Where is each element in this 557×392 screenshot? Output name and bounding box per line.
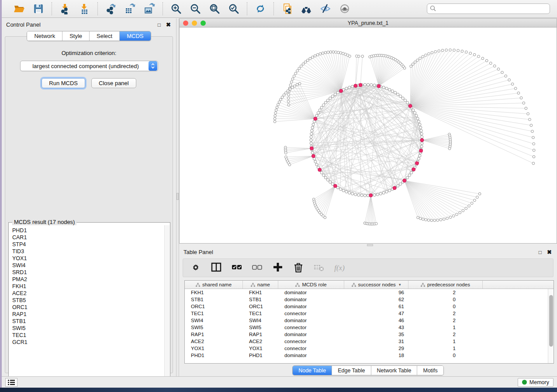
cell-shared-name: PHD1 <box>185 352 243 359</box>
mcds-tab-content: Optimization criterion: largest connecte… <box>5 36 173 373</box>
tab-style[interactable]: Style <box>62 31 90 41</box>
tab-select[interactable]: Select <box>90 31 120 41</box>
toggle-columns-button[interactable] <box>211 262 222 274</box>
save-session-icon <box>33 3 44 14</box>
mcds-result-item[interactable]: TEC1 <box>12 332 163 339</box>
save-session-button[interactable] <box>31 2 45 16</box>
import-table-button[interactable] <box>77 2 91 16</box>
zoom-in-button[interactable] <box>169 2 183 16</box>
deselect-all-button[interactable] <box>252 262 263 274</box>
mcds-result-item[interactable]: CAR1 <box>12 234 163 241</box>
export-image-button[interactable] <box>142 2 156 16</box>
zoom-selected-button[interactable] <box>227 2 241 16</box>
tab-motifs[interactable]: Motifs <box>417 366 443 375</box>
mcds-result-item[interactable]: FKH1 <box>12 283 163 290</box>
column-header-successor-nodes[interactable]: successor nodes▾ <box>344 281 408 289</box>
table-row[interactable]: FKH1FKH1dominator962 <box>185 289 554 296</box>
column-header-name[interactable]: name <box>243 281 278 289</box>
mcds-list-scrollbar[interactable] <box>164 225 170 380</box>
export-network-button[interactable] <box>104 2 118 16</box>
add-column-button[interactable] <box>272 262 284 274</box>
mcds-result-item[interactable]: YOX1 <box>12 255 163 262</box>
mcds-result-title: MCDS result (17 nodes) <box>12 219 76 225</box>
tab-node-table[interactable]: Node Table <box>293 366 332 375</box>
table-row[interactable]: RAP1RAP1dominator352 <box>185 331 554 338</box>
clone-network-button[interactable] <box>280 2 294 16</box>
cell-name: RAP1 <box>243 331 278 338</box>
tab-network[interactable]: Network <box>27 31 62 41</box>
import-network-button[interactable] <box>58 2 72 16</box>
mcds-result-item[interactable]: RAP1 <box>12 311 163 318</box>
table-row[interactable]: STB1STB1dominator620 <box>185 296 554 303</box>
tab-edge-table[interactable]: Edge Table <box>332 366 371 375</box>
cell-name: SWI5 <box>243 324 278 331</box>
hide-selected-button[interactable] <box>318 2 332 16</box>
zoom-out-button[interactable] <box>188 2 202 16</box>
export-image-icon <box>144 3 155 14</box>
cell-successor-nodes: 35 <box>344 331 408 338</box>
mcds-result-list[interactable]: PHD1CAR1STP4TID3YOX1SWI4SRD1PMA2FKH1ACE2… <box>12 227 163 381</box>
refresh-view-button[interactable] <box>253 2 267 16</box>
open-file-button[interactable] <box>12 2 26 16</box>
mcds-result-item[interactable]: GCR1 <box>12 339 163 346</box>
cell-predecessor-nodes: 0 <box>408 303 483 310</box>
zoom-in-icon <box>170 3 182 14</box>
mcds-result-item[interactable]: PHD1 <box>12 227 163 234</box>
table-row[interactable]: ACE2ACE2connector311 <box>185 338 554 345</box>
close-panel-icon[interactable]: ✖ <box>166 22 171 28</box>
first-neighbors-button[interactable] <box>299 2 313 16</box>
show-all-button[interactable] <box>338 2 352 16</box>
criterion-dropdown[interactable]: largest connected component (undirected) <box>20 61 158 71</box>
run-mcds-button[interactable]: Run MCDS <box>42 78 85 88</box>
memory-status-icon <box>522 380 527 385</box>
vertical-splitter-handle[interactable] <box>176 193 179 200</box>
cell-predecessor-nodes: 0 <box>408 296 483 303</box>
table-row[interactable]: YOX1YOX1connector291 <box>185 345 554 352</box>
table-options-button[interactable] <box>190 262 201 274</box>
zoom-fit-button[interactable] <box>208 2 221 16</box>
table-row[interactable]: SWI4SWI4dominator462 <box>185 317 554 324</box>
mcds-result-item[interactable]: PMA2 <box>12 276 163 283</box>
close-panel-button[interactable]: Close panel <box>91 78 136 88</box>
column-header-MCDS-role[interactable]: MCDS role <box>278 281 344 289</box>
mcds-result-item[interactable]: SRD1 <box>12 269 163 276</box>
close-table-panel-icon[interactable]: ✖ <box>547 249 552 255</box>
mcds-result-item[interactable]: ACE2 <box>12 290 163 297</box>
table-row[interactable]: TEC1TEC1connector472 <box>185 310 554 317</box>
delete-column-button[interactable] <box>293 262 304 274</box>
column-header-shared-name[interactable]: shared name <box>185 281 243 289</box>
mcds-result-item[interactable]: SWI5 <box>12 325 163 332</box>
zoom-fit-icon <box>209 3 220 14</box>
table-scrollbar-thumb[interactable] <box>549 295 553 347</box>
tab-mcds[interactable]: MCDS <box>120 31 150 41</box>
function-builder-button[interactable]: f(x) <box>334 262 345 274</box>
export-table-button[interactable] <box>123 2 137 16</box>
panel-menu-button[interactable] <box>5 378 17 387</box>
mcds-result-item[interactable]: STB5 <box>12 297 163 304</box>
search-input[interactable] <box>427 3 550 14</box>
delete-table-button[interactable] <box>313 262 325 274</box>
mcds-result-item[interactable]: SWI4 <box>12 262 163 269</box>
cell-successor-nodes: 46 <box>344 317 408 324</box>
cell-successor-nodes: 96 <box>344 289 408 296</box>
float-panel-icon[interactable]: □ <box>158 22 161 28</box>
mcds-result-item[interactable]: STB1 <box>12 318 163 325</box>
memory-button[interactable]: Memory <box>518 378 554 387</box>
column-header-predecessor-nodes[interactable]: predecessor nodes <box>408 281 483 289</box>
function-builder-icon: f(x) <box>334 264 345 272</box>
network-canvas[interactable] <box>180 28 557 243</box>
mcds-result-item[interactable]: TID3 <box>12 248 163 255</box>
tab-network-table[interactable]: Network Table <box>371 366 418 375</box>
mcds-result-item[interactable]: ORC1 <box>12 304 163 311</box>
cell-successor-nodes: 62 <box>344 296 408 303</box>
float-table-panel-icon[interactable]: □ <box>539 250 542 255</box>
vertical-splitter[interactable] <box>176 18 179 376</box>
cell-shared-name: FKH1 <box>185 289 243 296</box>
table-scrollbar[interactable] <box>548 289 554 363</box>
select-all-button[interactable] <box>231 262 242 274</box>
table-row[interactable]: PHD1PHD1dominator180 <box>185 352 554 359</box>
mcds-result-item[interactable]: STP4 <box>12 241 163 248</box>
network-window-titlebar[interactable]: YPA_prune.txt_1 <box>180 19 557 28</box>
table-row[interactable]: SWI5SWI5connector431 <box>185 324 554 331</box>
table-row[interactable]: ORC1ORC1dominator610 <box>185 303 554 310</box>
